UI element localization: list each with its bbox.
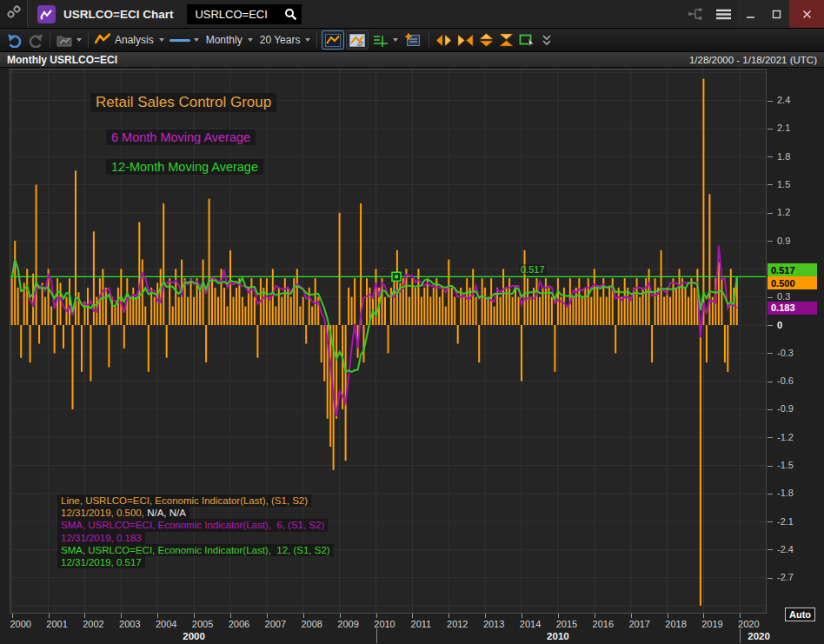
- x-year-label: 2004: [156, 619, 176, 629]
- chart-application-window: USRLCO=ECI Chart: [0, 0, 824, 644]
- price-label-0.517: 0.517: [768, 263, 817, 276]
- x-tick: [303, 614, 304, 618]
- x-tick: [340, 614, 341, 618]
- y-tick: [768, 578, 773, 579]
- insert-chart-button[interactable]: [322, 30, 344, 50]
- y-tick: [768, 549, 773, 550]
- close-button[interactable]: [789, 0, 824, 28]
- x-year-label: 2011: [411, 619, 432, 629]
- x-tick: [49, 614, 50, 618]
- annotation-ma12[interactable]: 12-Month Moving Average: [106, 159, 263, 175]
- decade-divider: [740, 628, 741, 643]
- y-tick: [768, 521, 773, 522]
- line-style-menu[interactable]: [167, 30, 202, 50]
- range-dropdown[interactable]: 20 Years: [256, 30, 314, 50]
- open-chart-button[interactable]: [54, 30, 84, 50]
- minimize-button[interactable]: [737, 0, 763, 28]
- toolbar-separator: [429, 32, 429, 48]
- title-bar: USRLCO=ECI Chart: [0, 0, 824, 29]
- link-icon: [7, 5, 21, 23]
- x-year-label: 2016: [593, 619, 614, 629]
- x-year-label: 2007: [265, 619, 286, 629]
- x-year-label: 2005: [192, 619, 213, 629]
- chart-toolbar: Analysis Monthly 20 Years: [0, 29, 824, 52]
- analysis-caret[interactable]: [159, 38, 164, 42]
- y-tick-label: -1.5: [777, 460, 794, 470]
- x-year-label: 2001: [46, 619, 67, 629]
- y-tick-label: 1.8: [777, 151, 790, 162]
- auto-scale-button[interactable]: Auto: [785, 607, 815, 621]
- more-tools-button[interactable]: [539, 30, 555, 50]
- last-value-line-label: 0.517: [519, 264, 547, 275]
- line-style-caret[interactable]: [194, 38, 199, 42]
- link-channel-button[interactable]: [0, 0, 28, 28]
- search-icon[interactable]: [284, 8, 297, 24]
- level-lines-caret[interactable]: [393, 38, 398, 42]
- interval-caret[interactable]: [248, 38, 253, 42]
- price-label-0.500: 0.500: [768, 276, 817, 289]
- x-tick: [157, 614, 158, 618]
- layout-link-icon[interactable]: [681, 0, 709, 28]
- series-legend[interactable]: Line, USRLCO=ECI, Economic Indicator(Las…: [57, 495, 334, 568]
- range-caret[interactable]: [305, 38, 310, 42]
- symbol-search[interactable]: [187, 4, 302, 24]
- interval-dropdown[interactable]: Monthly: [202, 30, 256, 50]
- y-tick-label: -2.1: [777, 516, 794, 527]
- y-tick-label: -2.7: [777, 572, 794, 582]
- y-tick-label: -1.2: [777, 432, 794, 442]
- compress-vertical-button[interactable]: [496, 30, 516, 50]
- price-label-0.183: 0.183: [768, 302, 817, 315]
- x-decade-label: 2000: [183, 631, 205, 641]
- x-year-label: 2002: [83, 619, 103, 629]
- toolbar-separator: [50, 32, 50, 48]
- y-tick: [768, 297, 773, 298]
- expand-vertical-button[interactable]: [476, 30, 496, 50]
- chart-edit-button[interactable]: [346, 30, 369, 50]
- expand-horizontal-button[interactable]: [433, 30, 455, 50]
- legend-line: 12/31/2019, 0.517: [57, 556, 145, 568]
- analysis-menu[interactable]: Analysis: [92, 30, 167, 50]
- analysis-icon: [95, 32, 110, 48]
- y-tick-label: -0.3: [777, 348, 794, 358]
- time-axis[interactable]: 2000200120022003200420052006200720082009…: [0, 614, 824, 644]
- x-year-label: 2014: [520, 619, 541, 629]
- y-tick-label: 1.5: [777, 179, 790, 189]
- x-tick: [376, 614, 377, 618]
- x-year-label: 2019: [701, 619, 722, 629]
- x-year-label: 2018: [665, 619, 686, 629]
- menu-icon[interactable]: [709, 0, 737, 28]
- x-tick: [740, 614, 741, 618]
- y-tick: [768, 409, 773, 410]
- legend-line: SMA, USRLCO=ECI, Economic Indicator(Last…: [57, 544, 334, 556]
- chart-sub-header: Monthly USRLCO=ECI 1/28/2000 - 1/18/2021…: [0, 52, 824, 68]
- legend-line: 12/31/2019, 0.183: [57, 532, 145, 544]
- x-tick: [522, 614, 522, 618]
- y-tick-label: -2.4: [777, 544, 794, 554]
- y-tick: [768, 101, 773, 102]
- level-lines-menu[interactable]: [369, 30, 401, 50]
- maximize-button[interactable]: [763, 0, 789, 28]
- chart-title: Monthly USRLCO=ECI: [7, 54, 117, 66]
- open-chart-caret[interactable]: [76, 38, 82, 42]
- value-axis[interactable]: 2.42.11.81.51.20.90.30-0.3-0.6-0.9-1.2-1…: [768, 69, 824, 614]
- y-tick-label: -1.8: [777, 488, 794, 498]
- redo-button[interactable]: [25, 30, 46, 50]
- y-tick: [768, 466, 773, 467]
- undo-button[interactable]: [4, 30, 25, 50]
- chart-date-range: 1/28/2000 - 1/18/2021 (UTC): [689, 55, 817, 65]
- y-tick-label: 0: [777, 320, 782, 330]
- chart-canvas[interactable]: Retail Sales Control Group 6 Month Movin…: [10, 69, 767, 614]
- decade-divider: [376, 628, 377, 643]
- add-panel-button[interactable]: [402, 30, 424, 50]
- annotation-ma6[interactable]: 6 Month Moving Average: [106, 129, 256, 145]
- zoom-select-button[interactable]: [516, 30, 539, 50]
- y-tick-label: 2.4: [777, 95, 790, 105]
- toolbar-separator: [316, 32, 317, 48]
- compress-horizontal-button[interactable]: [455, 30, 476, 50]
- x-year-label: 2020: [738, 619, 759, 629]
- y-tick-label: 1.2: [777, 207, 790, 217]
- x-tick: [485, 614, 486, 618]
- annotation-title[interactable]: Retail Sales Control Group: [90, 93, 276, 112]
- y-tick: [768, 184, 773, 185]
- y-tick-label: -0.9: [777, 403, 794, 414]
